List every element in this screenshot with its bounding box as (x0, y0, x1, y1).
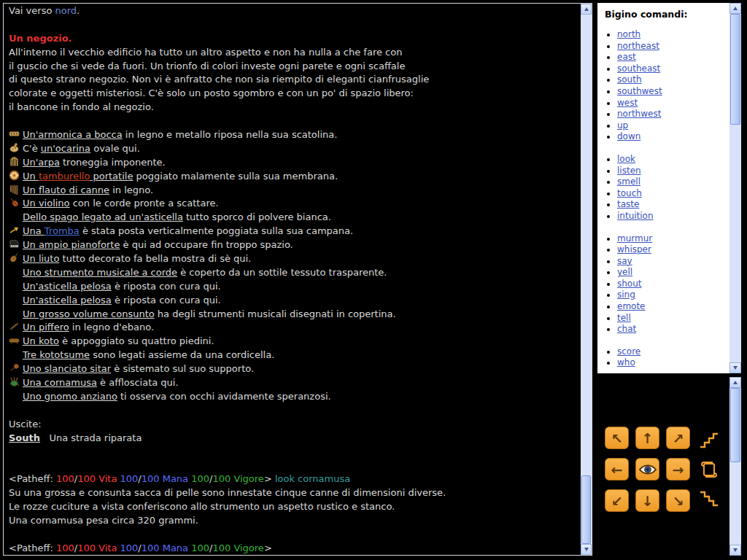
text-segment: è appoggiato su quattro piedini. (59, 335, 214, 346)
north-button[interactable]: ↑ (635, 427, 659, 449)
northwest-button[interactable]: ↖ (605, 427, 629, 449)
commands-scrollbar[interactable] (729, 3, 741, 373)
command-link-whisper[interactable]: whisper (617, 244, 651, 254)
command-item: touch (617, 188, 729, 200)
room-item-line: Un violino con le corde pronte a scattar… (9, 197, 581, 211)
command-link-sing[interactable]: sing (617, 289, 635, 300)
game-link[interactable]: Un'asticella pelosa (23, 281, 112, 292)
game-link[interactable]: Uno strumento musicale a corde (23, 267, 177, 278)
game-link[interactable]: Un violino (23, 198, 70, 209)
command-link-look[interactable]: look (617, 154, 635, 164)
game-link[interactable]: Un liuto (23, 253, 59, 264)
game-link[interactable]: Tromba (44, 225, 80, 236)
text-segment: il bancone in fondo al negozio. (9, 101, 154, 112)
command-link-score[interactable]: score (617, 346, 640, 357)
command-link-southwest[interactable]: southwest (617, 86, 662, 96)
west-button[interactable]: ← (605, 458, 629, 481)
command-link-yell[interactable]: yell (617, 267, 632, 277)
game-link[interactable]: Un'armonica a bocca (23, 129, 123, 140)
command-link-who[interactable]: who (617, 357, 635, 368)
command-link-touch[interactable]: touch (617, 188, 642, 198)
command-item: northwest (617, 109, 729, 120)
game-link[interactable]: Tre kototsume (23, 349, 90, 360)
room-item-line: Uno strumento musicale a corde è coperto… (9, 266, 581, 280)
text-segment: Vai verso (9, 5, 55, 16)
command-link-northwest[interactable]: northwest (617, 109, 661, 119)
scroll-down-button[interactable] (581, 544, 592, 555)
command-link-smell[interactable]: smell (617, 176, 640, 187)
main-scrollbar[interactable] (581, 4, 592, 555)
scroll-up-button[interactable] (581, 4, 592, 15)
game-link[interactable]: portatile (90, 171, 133, 182)
scroll-button[interactable] (697, 458, 721, 481)
game-link[interactable]: Un'arpa (23, 157, 60, 168)
text-segment: > (264, 473, 275, 484)
room-item-line: Un liuto tutto decorato fa bella mostra … (9, 252, 581, 266)
text-segment: 100 (191, 473, 209, 484)
game-link[interactable]: Un ampio pianoforte (23, 239, 120, 250)
scrollbar-track[interactable] (581, 15, 592, 544)
scrollbar-thumb[interactable] (730, 388, 740, 462)
game-link[interactable]: Un (23, 171, 39, 182)
text-segment: di questo strano negozio. Non vi è anfra… (9, 74, 429, 85)
down-arrow-icon (733, 366, 738, 370)
command-link-west[interactable]: west (617, 98, 638, 108)
scrollbar-track[interactable] (729, 14, 741, 362)
stairs-up-button[interactable] (697, 427, 721, 449)
text-segment: All'interno il vecchio edificio ha tutto… (9, 47, 402, 58)
command-link-intuition[interactable]: intuition (617, 211, 654, 221)
look-button[interactable] (635, 458, 659, 481)
stairs-down-button[interactable] (697, 489, 721, 512)
game-link[interactable]: Un piffero (23, 322, 69, 332)
navpad-scrollbar[interactable] (729, 377, 741, 556)
room-item-line: Dello spago legato ad un'asticella tutto… (9, 211, 581, 225)
command-link-listen[interactable]: listen (617, 166, 641, 176)
text-segment: Le rozze cuciture a vista conferiscono a… (9, 501, 395, 512)
game-link[interactable]: Uno gnomo anziano (23, 391, 117, 402)
south-button[interactable]: ↓ (635, 489, 659, 512)
output-line (9, 528, 581, 542)
command-link-south[interactable]: south (617, 74, 642, 85)
command-link-shout[interactable]: shout (617, 279, 642, 289)
scroll-down-button[interactable] (729, 362, 741, 373)
scroll-up-button[interactable] (729, 3, 741, 14)
game-link[interactable]: Uno slanciato sitar (23, 363, 111, 374)
game-link[interactable]: Una cornamusa (23, 377, 97, 388)
game-link[interactable]: un'ocarina (41, 143, 90, 154)
room-item-line: Un'asticella pelosa è riposta con cura q… (9, 280, 581, 294)
scrollbar-thumb[interactable] (730, 14, 740, 125)
scrollbar-track[interactable] (729, 388, 741, 545)
game-link[interactable]: tamburello (39, 171, 90, 182)
game-link[interactable]: Un'asticella pelosa (23, 295, 112, 306)
southwest-button[interactable]: ↙ (605, 489, 629, 512)
command-link-chat[interactable]: chat (617, 324, 636, 334)
exit-link-south[interactable]: South (9, 432, 40, 443)
game-link[interactable]: Un grosso volume consunto (23, 308, 155, 319)
scroll-down-button[interactable] (729, 545, 741, 556)
northeast-button[interactable]: ↗ (666, 427, 690, 449)
east-button[interactable]: → (666, 458, 690, 481)
command-link-tell[interactable]: tell (617, 313, 631, 323)
text-segment: ti osserva con occhi avidamente speranzo… (117, 391, 331, 402)
game-link[interactable]: Una (23, 225, 44, 236)
scroll-up-button[interactable] (729, 377, 741, 388)
command-link-northeast[interactable]: northeast (617, 41, 659, 51)
text-segment: colorate e oggetti misteriosi. C'è solo … (9, 88, 414, 98)
game-link[interactable]: Dello spago legato ad un'asticella (23, 211, 183, 222)
game-link[interactable]: Un flauto di canne (23, 184, 109, 195)
command-link-emote[interactable]: emote (617, 301, 646, 311)
command-link-north[interactable]: north (617, 29, 640, 39)
command-link-down[interactable]: down (617, 131, 640, 141)
southeast-button[interactable]: ↘ (666, 489, 690, 512)
command-link-southeast[interactable]: southeast (617, 63, 660, 74)
scrollbar-thumb[interactable] (581, 475, 591, 544)
command-link-murmur[interactable]: murmur (617, 233, 652, 244)
command-link-say[interactable]: say (617, 256, 632, 266)
command-link-east[interactable]: east (617, 52, 636, 62)
command-link-up[interactable]: up (617, 120, 628, 131)
output-line: Una cornamusa pesa circa 320 grammi. (9, 514, 581, 528)
command-link-taste[interactable]: taste (617, 199, 639, 209)
text-segment: è afflosciata qui. (97, 377, 179, 388)
text-segment: Su una grossa e consunta sacca di pelle … (9, 487, 446, 498)
game-link[interactable]: Un koto (23, 335, 59, 346)
